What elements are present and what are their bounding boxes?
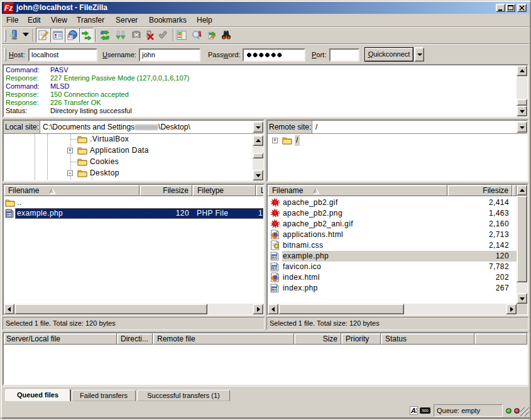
svg-text:Fz: Fz	[4, 4, 13, 13]
